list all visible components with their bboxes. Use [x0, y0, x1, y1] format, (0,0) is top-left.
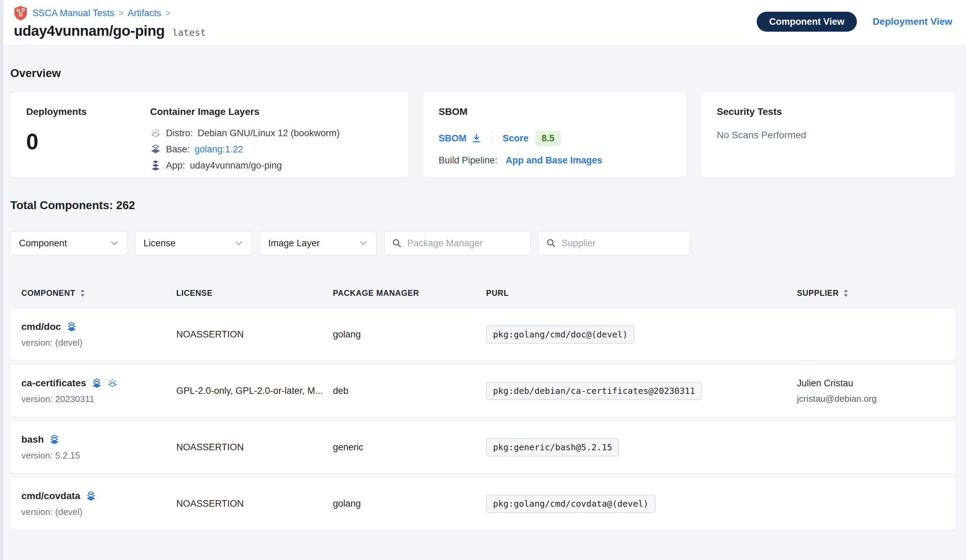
table-row: cmd/covdata version: (devel) NOASSERTION… — [10, 478, 956, 529]
base-image-link[interactable]: golang:1.22 — [194, 144, 243, 155]
dropdown-value: License — [143, 238, 176, 249]
component-version: version: 20230311 — [21, 394, 176, 404]
component-cell: bash version: 5.2.15 — [21, 434, 176, 461]
license-cell: NOASSERTION — [176, 442, 333, 453]
layer-label: Distro: — [166, 128, 193, 139]
deployment-view-button[interactable]: Deployment View — [873, 16, 952, 27]
breadcrumb-separator: > — [161, 8, 174, 18]
column-header-package-manager: PACKAGE MANAGER — [333, 288, 486, 298]
purl-cell: pkg:golang/cmd/covdata@(devel) — [486, 495, 797, 513]
sbom-card: SBOM SBOM Score 8.5 Build Pipeline: App … — [423, 92, 687, 177]
dropdown-value: Component — [19, 238, 67, 249]
sbom-download-link[interactable]: SBOM — [439, 133, 481, 144]
table-body: cmd/doc version: (devel) NOASSERTION gol… — [10, 309, 956, 529]
components-table: COMPONENT LICENSE PACKAGE MANAGER PURL S… — [10, 277, 956, 529]
layer-label: Base: — [166, 144, 190, 155]
column-label: PACKAGE MANAGER — [333, 288, 419, 298]
license-cell: NOASSERTION — [176, 329, 333, 340]
component-cell: cmd/doc version: (devel) — [21, 321, 176, 348]
breadcrumb-project-link[interactable]: SSCA Manual Tests — [32, 8, 114, 18]
search-icon — [546, 238, 556, 248]
deployments-and-layers-card: Deployments 0 Container Image Layers Dis… — [10, 92, 409, 177]
layers-filled-icon — [66, 322, 77, 332]
table-row: ca-certificates version: 20230311 GPL-2.… — [10, 365, 956, 417]
license-cell: GPL-2.0-only, GPL-2.0-or-later, M... — [176, 386, 333, 396]
supplier-email: jcristau@debian.org — [797, 393, 945, 404]
supplier-name: Julien Cristau — [797, 378, 945, 389]
chevron-down-icon — [235, 239, 243, 248]
overview-cards: Deployments 0 Container Image Layers Dis… — [10, 92, 956, 177]
supplier-search-input[interactable] — [562, 238, 682, 249]
container-image-layers-list: Distro: Debian GNU/Linux 12 (bookworm) B… — [150, 128, 393, 171]
layers-dashed-icon — [107, 378, 118, 388]
package-manager-cell: deb — [333, 386, 486, 396]
page-header: SSCA Manual Tests > Artifacts > uday4vun… — [0, 0, 966, 46]
download-icon — [471, 133, 481, 143]
layer-label: App: — [166, 160, 185, 171]
table-row: bash version: 5.2.15 NOASSERTION generic… — [10, 422, 956, 473]
package-manager-cell: generic — [333, 442, 486, 453]
main-content: Overview Deployments 0 Container Image L… — [0, 67, 966, 529]
component-cell: ca-certificates version: 20230311 — [21, 378, 176, 404]
component-name: cmd/covdata — [21, 491, 80, 501]
supplier-cell: Julien Cristau jcristau@debian.org — [797, 378, 945, 404]
column-header-purl: PURL — [486, 288, 797, 298]
breadcrumb-artifacts-link[interactable]: Artifacts — [128, 8, 161, 18]
supplier-search — [539, 231, 690, 255]
total-components-heading: Total Components: 262 — [10, 199, 966, 212]
package-manager-cell: golang — [333, 329, 486, 340]
layer-row-base: Base: golang:1.22 — [150, 144, 393, 155]
purl-cell: pkg:deb/debian/ca-certificates@20230311 — [486, 382, 797, 400]
purl-chip: pkg:golang/cmd/doc@(devel) — [486, 326, 634, 344]
component-filter-dropdown[interactable]: Component — [10, 231, 127, 255]
layers-filled-icon — [49, 434, 59, 445]
search-icon — [392, 238, 402, 248]
layers-filled-icon — [86, 491, 96, 501]
window-left-edge — [0, 0, 3, 560]
purl-chip: pkg:deb/debian/ca-certificates@20230311 — [486, 382, 702, 400]
package-manager-search — [384, 231, 531, 255]
security-tests-card: Security Tests No Scans Performed — [701, 92, 956, 177]
table-row: cmd/doc version: (devel) NOASSERTION gol… — [10, 309, 956, 360]
layer-row-distro: Distro: Debian GNU/Linux 12 (bookworm) — [150, 128, 393, 139]
license-filter-dropdown[interactable]: License — [135, 231, 252, 255]
component-name: bash — [21, 434, 44, 445]
layer-value: uday4vunnam/go-ping — [190, 160, 282, 171]
chevron-down-icon — [359, 239, 368, 248]
column-label: PURL — [486, 288, 509, 298]
layers-solid-icon — [150, 160, 161, 171]
component-view-button[interactable]: Component View — [757, 12, 857, 32]
overview-heading: Overview — [10, 67, 966, 80]
component-cell: cmd/covdata version: (devel) — [21, 491, 176, 517]
sbom-score-label: Score — [503, 133, 529, 144]
sbom-download-label: SBOM — [439, 133, 467, 144]
column-label: COMPONENT — [21, 288, 76, 298]
license-cell: NOASSERTION — [176, 498, 333, 509]
view-toggle: Component View Deployment View — [757, 12, 952, 32]
package-manager-search-input[interactable] — [407, 238, 523, 249]
layers-dashed-icon — [150, 128, 161, 139]
layers-filled-icon — [92, 378, 102, 388]
component-version: version: (devel) — [21, 337, 176, 348]
sort-icon[interactable] — [79, 288, 86, 298]
security-tests-title: Security Tests — [717, 106, 940, 117]
build-pipeline-link[interactable]: App and Base Images — [506, 155, 603, 165]
purl-cell: pkg:generic/bash@5.2.15 — [486, 438, 797, 457]
purl-cell: pkg:golang/cmd/doc@(devel) — [486, 326, 797, 344]
column-header-license: LICENSE — [176, 288, 333, 298]
image-layer-filter-dropdown[interactable]: Image Layer — [260, 231, 376, 255]
sort-icon[interactable] — [843, 288, 849, 298]
layer-row-app: App: uday4vunnam/go-ping — [150, 160, 393, 171]
column-header-component[interactable]: COMPONENT — [21, 288, 176, 298]
deployments-label: Deployments — [26, 106, 150, 117]
column-label: SUPPLIER — [797, 288, 839, 298]
column-header-supplier[interactable]: SUPPLIER — [797, 288, 945, 298]
artifact-tag-badge: latest — [172, 27, 206, 38]
build-pipeline-label: Build Pipeline: — [439, 155, 498, 165]
purl-chip: pkg:golang/cmd/covdata@(devel) — [486, 495, 656, 513]
layer-value: Debian GNU/Linux 12 (bookworm) — [197, 128, 340, 139]
container-image-layers-title: Container Image Layers — [150, 106, 393, 117]
column-label: LICENSE — [176, 288, 212, 298]
layers-half-icon — [150, 144, 161, 155]
component-name: cmd/doc — [21, 321, 61, 332]
